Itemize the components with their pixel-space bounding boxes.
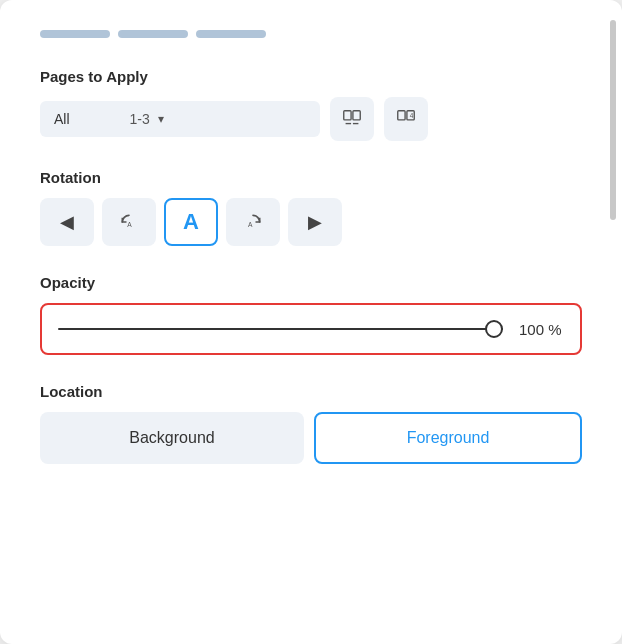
opacity-label: Opacity: [40, 274, 582, 291]
rotate-cw-large-button[interactable]: ▶: [288, 198, 342, 246]
rotate-ccw-small-button[interactable]: A: [102, 198, 156, 246]
pages-dropdown-right: 1-3 ▾: [130, 111, 164, 127]
svg-rect-4: [398, 111, 405, 120]
svg-text:A: A: [248, 221, 253, 228]
svg-text:4: 4: [410, 112, 414, 119]
location-row: Background Foreground: [40, 412, 582, 464]
rotate-none-button[interactable]: A: [164, 198, 218, 246]
tab-indicator-2[interactable]: [118, 30, 188, 38]
tab-indicator-3[interactable]: [196, 30, 266, 38]
opacity-box: 100 %: [40, 303, 582, 355]
pages-range: 1-3: [130, 111, 150, 127]
pages-to-apply-label: Pages to Apply: [40, 68, 582, 85]
svg-text:A: A: [127, 221, 132, 228]
background-button[interactable]: Background: [40, 412, 304, 464]
rotation-label: Rotation: [40, 169, 582, 186]
odd-pages-button[interactable]: [330, 97, 374, 141]
top-tabs: [40, 30, 582, 38]
rotate-cw-small-button[interactable]: A: [226, 198, 280, 246]
opacity-section: Opacity 100 %: [40, 274, 582, 355]
opacity-slider-track: [58, 328, 503, 330]
tab-indicator-1[interactable]: [40, 30, 110, 38]
foreground-button[interactable]: Foreground: [314, 412, 582, 464]
svg-rect-1: [353, 111, 360, 120]
main-panel: Pages to Apply All 1-3 ▾: [0, 0, 622, 644]
chevron-down-icon: ▾: [158, 112, 164, 126]
location-label: Location: [40, 383, 582, 400]
opacity-value: 100 %: [519, 321, 564, 338]
opacity-slider-container: [58, 319, 503, 339]
scrollbar[interactable]: [610, 20, 616, 220]
svg-rect-0: [344, 111, 351, 120]
opacity-slider-thumb[interactable]: [485, 320, 503, 338]
rotation-section: Rotation ◀ A A A ▶: [40, 169, 582, 246]
even-pages-button[interactable]: 4: [384, 97, 428, 141]
rotation-row: ◀ A A A ▶: [40, 198, 582, 246]
pages-dropdown-text: All: [54, 111, 70, 127]
rotate-ccw-large-button[interactable]: ◀: [40, 198, 94, 246]
location-section: Location Background Foreground: [40, 383, 582, 464]
pages-to-apply-section: Pages to Apply All 1-3 ▾: [40, 68, 582, 141]
pages-row: All 1-3 ▾ 4: [40, 97, 582, 141]
pages-dropdown[interactable]: All 1-3 ▾: [40, 101, 320, 137]
